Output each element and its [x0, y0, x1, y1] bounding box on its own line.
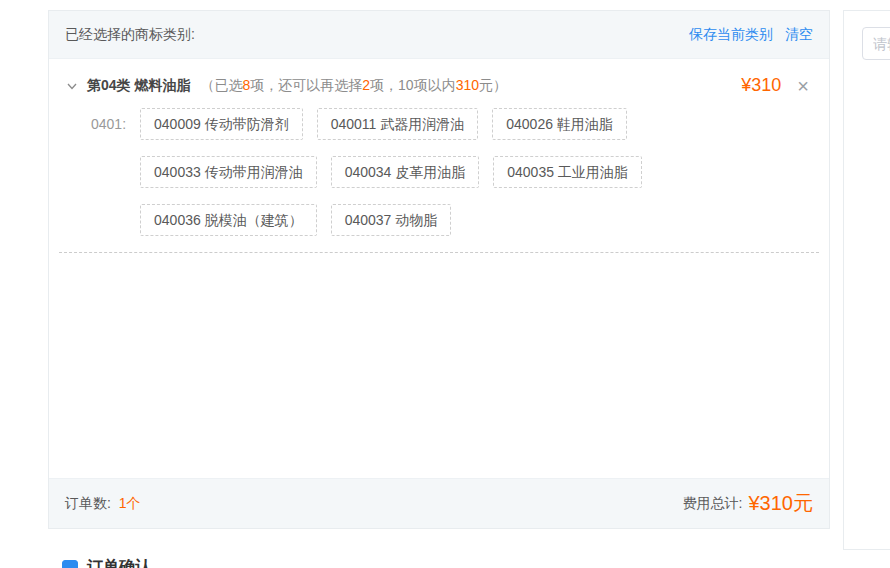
dashed-divider	[59, 252, 819, 253]
clear-link[interactable]: 清空	[785, 26, 813, 44]
class-title: 第04类 燃料油脂	[87, 77, 190, 95]
page: 已经选择的商标类别: 保存当前类别 清空 第04类 燃料油脂 （已选8项，还可以…	[0, 0, 890, 568]
category-chip[interactable]: 040011 武器用润滑油	[317, 108, 479, 140]
category-chip[interactable]: 040009 传动带防滑剂	[140, 108, 303, 140]
category-chip[interactable]: 040035 工业用油脂	[493, 156, 642, 188]
remaining-count: 2	[362, 77, 370, 93]
category-chip-list: 040009 传动带防滑剂 040011 武器用润滑油 040026 鞋用油脂 …	[140, 108, 813, 236]
selected-categories-card: 已经选择的商标类别: 保存当前类别 清空 第04类 燃料油脂 （已选8项，还可以…	[48, 10, 830, 529]
card-header: 已经选择的商标类别: 保存当前类别 清空	[49, 11, 829, 59]
class-price: ¥310	[741, 75, 781, 96]
chevron-down-icon[interactable]	[65, 79, 79, 93]
order-count: 订单数: 1个	[65, 495, 141, 513]
category-chip[interactable]: 040033 传动带用润滑油	[140, 156, 317, 188]
total-cost-value: ¥310元	[749, 490, 814, 517]
subtitle-text: 元）	[479, 77, 507, 93]
save-current-category-link[interactable]: 保存当前类别	[689, 26, 773, 44]
total-cost: 费用总计: ¥310元	[683, 490, 813, 517]
order-count-value: 1个	[119, 495, 141, 511]
price-within-limit: 310	[456, 77, 479, 93]
subtitle-text: 项，还可以再选择	[250, 77, 362, 93]
category-chip[interactable]: 040036 脱模油（建筑）	[140, 204, 317, 236]
category-chip[interactable]: 040026 鞋用油脂	[492, 108, 627, 140]
card-footer: 订单数: 1个 费用总计: ¥310元	[49, 478, 829, 528]
card-header-title: 已经选择的商标类别:	[65, 26, 195, 44]
right-panel-search-input[interactable]	[862, 27, 890, 60]
subtitle-text: 项，10项以内	[370, 77, 456, 93]
header-actions: 保存当前类别 清空	[689, 26, 813, 44]
close-icon[interactable]: ×	[797, 76, 809, 96]
class-header: 第04类 燃料油脂 （已选8项，还可以再选择2项，10项以内310元） ¥310…	[49, 59, 829, 96]
right-side-panel	[843, 10, 890, 550]
category-chip[interactable]: 040037 动物脂	[331, 204, 452, 236]
subtitle-text: （已选	[200, 77, 242, 93]
class-section: 第04类 燃料油脂 （已选8项，还可以再选择2项，10项以内310元） ¥310…	[49, 59, 829, 253]
class-subtitle: （已选8项，还可以再选择2项，10项以内310元）	[200, 77, 507, 95]
order-confirm-label[interactable]: 订单确认	[87, 557, 151, 568]
order-confirm-checkbox[interactable]	[62, 560, 78, 568]
category-group-row: 0401: 040009 传动带防滑剂 040011 武器用润滑油 040026…	[49, 96, 829, 236]
total-cost-label: 费用总计:	[683, 495, 743, 513]
order-count-label: 订单数:	[65, 495, 111, 511]
order-confirm-row: 订单确认	[62, 557, 151, 568]
category-group-label: 0401:	[91, 108, 126, 140]
category-chip[interactable]: 040034 皮革用油脂	[331, 156, 480, 188]
